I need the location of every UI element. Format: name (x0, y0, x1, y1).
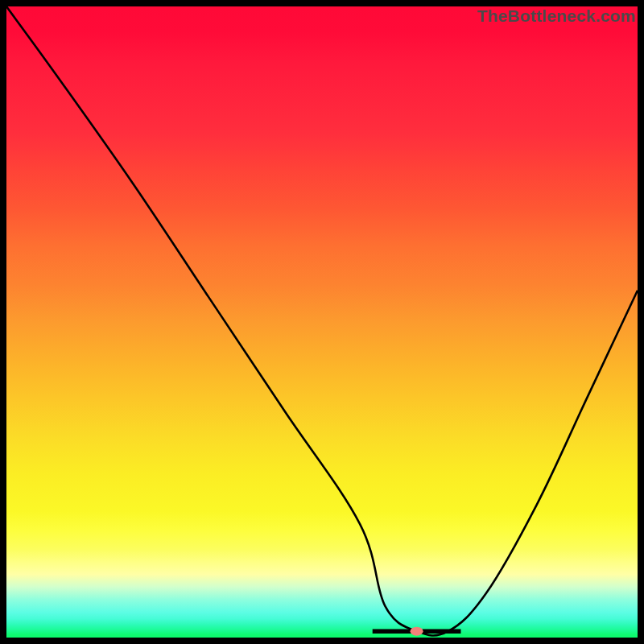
bottleneck-curve (6, 6, 638, 636)
chart-container: TheBottleneck.com (0, 0, 644, 644)
chart-overlay (6, 6, 638, 638)
optimum-marker (411, 627, 423, 636)
watermark: TheBottleneck.com (477, 6, 636, 26)
